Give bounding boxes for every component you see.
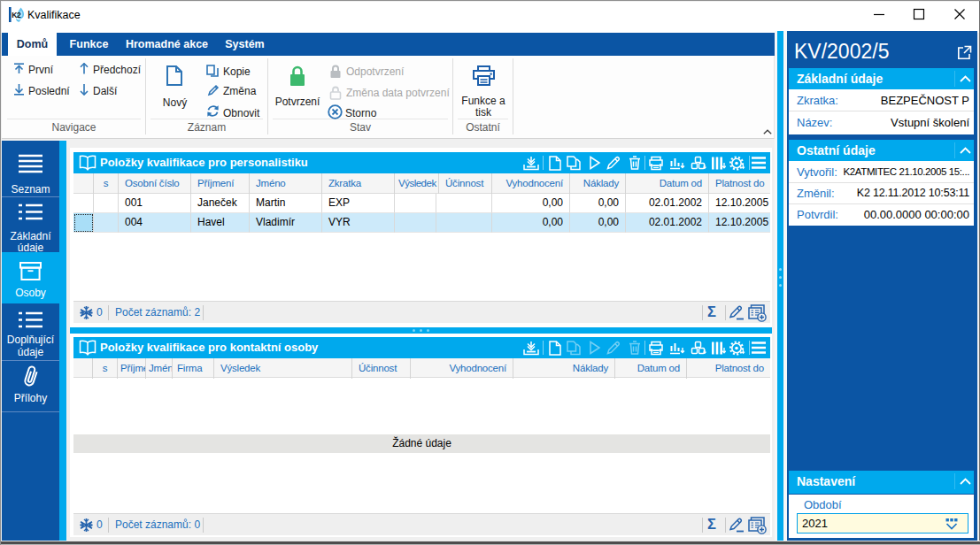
svg-text:K2: K2: [12, 11, 21, 19]
